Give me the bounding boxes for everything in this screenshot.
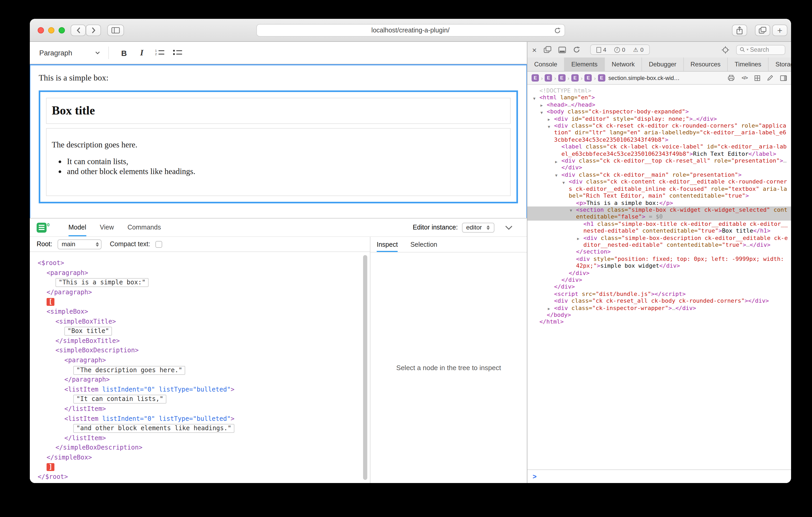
model-tree-line[interactable]: "This is a simple box:" bbox=[38, 278, 359, 287]
collapsed-arrow-icon[interactable]: ▶ bbox=[548, 116, 550, 123]
dom-tree-line[interactable]: </div> bbox=[527, 283, 791, 291]
dom-tree-line[interactable]: ▶<div class="ck-inspector-wrapper">…</di… bbox=[527, 304, 791, 311]
root-select[interactable]: main bbox=[58, 239, 102, 249]
tab-overview-button[interactable] bbox=[755, 25, 770, 36]
dom-tree-line[interactable]: ▶<head>…</head> bbox=[527, 101, 791, 109]
model-tree-line[interactable]: <listItem listIndent="0" listType="bulle… bbox=[38, 414, 359, 423]
scrollbar-thumb[interactable] bbox=[363, 255, 367, 480]
intro-paragraph[interactable]: This is a simple box: bbox=[39, 73, 518, 83]
error-count[interactable]: i0 bbox=[614, 47, 625, 53]
editor-instance-select[interactable]: editor bbox=[462, 222, 494, 232]
expanded-arrow-icon[interactable]: ▼ bbox=[562, 179, 565, 186]
list-item[interactable]: It can contain lists, bbox=[67, 157, 505, 166]
italic-button[interactable]: I bbox=[134, 45, 150, 61]
grid-overlay-icon[interactable] bbox=[754, 75, 760, 81]
close-window-button[interactable] bbox=[38, 27, 44, 33]
breadcrumb-element-icon[interactable]: E bbox=[571, 74, 579, 82]
dom-tree-line[interactable]: <!DOCTYPE html> bbox=[527, 87, 791, 94]
dom-tree-line[interactable]: ▼<div class="ck ck-reset ck-editor ck-ro… bbox=[527, 122, 791, 143]
warning-count[interactable]: ⚠0 bbox=[633, 47, 643, 53]
back-button[interactable] bbox=[70, 25, 86, 36]
dom-tree-line[interactable]: <p>This is a simple box:</p> bbox=[527, 200, 791, 207]
new-tab-button[interactable]: + bbox=[772, 25, 787, 36]
numbered-list-button[interactable]: 12 bbox=[152, 45, 167, 61]
devtools-tab-console[interactable]: Console bbox=[527, 58, 564, 71]
show-source-icon[interactable]: </> bbox=[742, 75, 748, 81]
model-tree-line[interactable]: "It can contain lists," bbox=[38, 394, 359, 404]
breadcrumb-element-icon[interactable]: E bbox=[598, 74, 605, 82]
node-tab-selection[interactable]: Selection bbox=[410, 237, 437, 252]
model-tree-line[interactable]: <simpleBoxTitle> bbox=[38, 316, 359, 326]
model-tree-line[interactable]: </listItem> bbox=[38, 404, 359, 414]
minimize-window-button[interactable] bbox=[48, 27, 54, 33]
model-tree-line[interactable]: </paragraph> bbox=[38, 287, 359, 297]
expanded-arrow-icon[interactable]: ▼ bbox=[570, 207, 572, 214]
devtools-tab-resources[interactable]: Resources bbox=[684, 58, 728, 71]
split-view-icon[interactable] bbox=[780, 75, 787, 81]
dom-tree-line[interactable]: </div> bbox=[527, 270, 791, 277]
expanded-arrow-icon[interactable]: ▼ bbox=[548, 123, 550, 130]
model-tree-line[interactable]: [ bbox=[38, 297, 359, 307]
list-item[interactable]: and other block elements like headings. bbox=[67, 166, 505, 176]
collapsed-arrow-icon[interactable]: ▶ bbox=[577, 235, 579, 242]
model-tree-line[interactable]: </simpleBoxTitle> bbox=[38, 336, 359, 346]
collapsed-arrow-icon[interactable]: ▶ bbox=[555, 158, 557, 165]
forward-button[interactable] bbox=[86, 25, 101, 36]
model-tree-line[interactable]: </$root> bbox=[38, 472, 359, 482]
search-input[interactable]: ▾ Search bbox=[736, 45, 785, 55]
simple-box-widget[interactable]: Box title The description goes here. It … bbox=[39, 90, 518, 203]
dom-tree-line[interactable]: ▼<body class="ck-inspector-body-expanded… bbox=[527, 108, 791, 115]
detach-devtools-button[interactable] bbox=[544, 46, 551, 53]
model-tree-line[interactable]: ] bbox=[38, 462, 359, 472]
sidebar-toggle-button[interactable] bbox=[107, 25, 124, 36]
dom-tree-line[interactable]: ▼<div class="ck ck-editor__main" role="p… bbox=[527, 172, 791, 179]
model-tree-line[interactable]: </simpleBoxDescription> bbox=[38, 443, 359, 453]
description-paragraph[interactable]: The description goes here. bbox=[52, 140, 505, 150]
expanded-arrow-icon[interactable]: ▼ bbox=[533, 95, 535, 102]
box-description[interactable]: The description goes here. It can contai… bbox=[46, 128, 511, 196]
model-tree-line[interactable]: <$root> bbox=[38, 258, 359, 268]
model-tree-line[interactable]: "Box title" bbox=[38, 326, 359, 336]
expanded-arrow-icon[interactable]: ▼ bbox=[555, 172, 557, 179]
dom-tree-line[interactable]: ▼<div class="ck ck-content ck-editor__ed… bbox=[527, 179, 791, 200]
devtools-tab-timelines[interactable]: Timelines bbox=[728, 58, 768, 71]
zoom-window-button[interactable] bbox=[59, 27, 65, 33]
close-devtools-button[interactable]: × bbox=[532, 46, 537, 54]
scrollbar[interactable] bbox=[363, 254, 367, 481]
bold-button[interactable]: B bbox=[116, 45, 132, 61]
model-tree-line[interactable]: <simpleBoxDescription> bbox=[38, 346, 359, 356]
dom-tree-line[interactable]: ▼<html lang="en"> bbox=[527, 94, 791, 101]
breadcrumb-element-icon[interactable]: E bbox=[531, 74, 539, 82]
model-tree-line[interactable]: <listItem listIndent="0" listType="bulle… bbox=[38, 385, 359, 394]
devtools-tab-storage[interactable]: Storage bbox=[768, 58, 791, 71]
model-tree-line[interactable]: <paragraph> bbox=[38, 268, 359, 278]
address-bar[interactable]: localhost/creating-a-plugin/ bbox=[256, 24, 565, 37]
collapsed-arrow-icon[interactable]: ▶ bbox=[541, 102, 543, 109]
dom-tree-line[interactable]: ▶<div class="ck ck-editor__top ck-reset_… bbox=[527, 157, 791, 172]
collapse-inspector-button[interactable] bbox=[505, 225, 513, 230]
breadcrumb-element-icon[interactable]: E bbox=[558, 74, 565, 82]
activity-summary[interactable]: 4 i0 ⚠0 bbox=[590, 44, 650, 55]
dom-tree-line[interactable]: </body> bbox=[527, 311, 791, 318]
devtools-tab-elements[interactable]: Elements bbox=[564, 58, 605, 71]
dom-tree-line[interactable]: <h1 class="simple-box-title ck-editor__e… bbox=[527, 220, 791, 235]
compact-text-checkbox[interactable] bbox=[155, 241, 162, 247]
box-title[interactable]: Box title bbox=[46, 98, 511, 124]
dom-tree-line[interactable]: ▼<section class="simple-box ck-widget ck… bbox=[527, 207, 791, 221]
print-styles-icon[interactable] bbox=[728, 75, 735, 81]
inspector-tab-model[interactable]: Model bbox=[68, 218, 86, 236]
dom-tree-line[interactable]: <div class="ck ck-reset_all ck-body ck-r… bbox=[527, 298, 791, 304]
dom-tree-line[interactable]: <label class="ck ck-label ck-voice-label… bbox=[527, 144, 791, 158]
model-tree-line[interactable]: </listItem> bbox=[38, 433, 359, 443]
devtools-tab-network[interactable]: Network bbox=[605, 58, 642, 71]
breadcrumb-current-element[interactable]: section.simple-box.ck-wid… bbox=[608, 75, 679, 81]
inspector-tab-view[interactable]: View bbox=[100, 218, 114, 236]
share-button[interactable] bbox=[732, 25, 747, 36]
editor-content[interactable]: This is a simple box: Box title The desc… bbox=[30, 64, 527, 218]
bulleted-list-button[interactable] bbox=[170, 45, 185, 61]
model-tree-line[interactable]: <paragraph> bbox=[38, 356, 359, 365]
dom-tree-line[interactable]: </section> bbox=[527, 249, 791, 255]
dom-tree-line[interactable]: ▶<div class="simple-box-description ck-e… bbox=[527, 235, 791, 249]
dom-tree-line[interactable]: <script src="dist/bundle.js"></script> bbox=[527, 291, 791, 298]
reload-icon[interactable] bbox=[554, 27, 560, 35]
